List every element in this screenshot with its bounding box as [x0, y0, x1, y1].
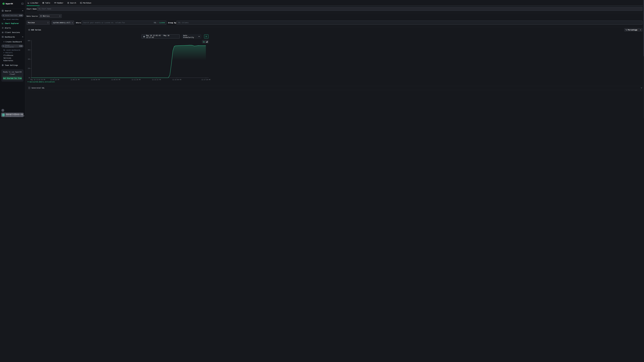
- svg-text:0%: 0%: [28, 77, 30, 78]
- client-sessions-label: Client Sessions: [5, 31, 20, 33]
- svg-text:12:06:15 PM: 12:06:15 PM: [70, 79, 80, 80]
- where-input[interactable]: Search your events w/ Lucene ex. column:…: [82, 21, 166, 25]
- tab-markdown[interactable]: M↓ Markdown: [80, 2, 91, 4]
- dashboards-label: Dashboards: [5, 36, 15, 38]
- chart-canvas[interactable]: 60%45%30%15%0%May 16 12:02:30 PM12:04:30…: [32, 41, 209, 81]
- chevron-up-icon: [22, 10, 23, 11]
- cloud-promo-card: Ready to use HyperDX Cloud? Get Started …: [1, 69, 24, 82]
- cloud-promo-text: Ready to use HyperDX Cloud?: [3, 71, 22, 75]
- metric-tag[interactable]: system.memory.utiliza ×: [52, 21, 74, 25]
- sidebar-item-team-settings[interactable]: Team Settings: [0, 64, 25, 66]
- presets-label: PRESETS: [5, 52, 13, 53]
- generated-sql-toggle[interactable]: <> Generated SQL: [26, 86, 210, 90]
- sidebar-collapse-icon[interactable]: [22, 3, 24, 5]
- chart-name-label: Chart Name: [26, 8, 37, 10]
- group-by-input[interactable]: SQL Columns: [176, 21, 210, 25]
- svg-text:45%: 45%: [28, 49, 30, 51]
- main-content: Line/Bar Table 123 Number Search M↓ Mark…: [25, 0, 210, 118]
- sidebar-section-search[interactable]: Search: [0, 8, 25, 13]
- run-query-button[interactable]: [204, 34, 208, 38]
- preset-kubernetes[interactable]: Kubernetes: [4, 60, 13, 61]
- svg-text:12:11:30 PM: 12:11:30 PM: [132, 79, 140, 80]
- line-chart-icon: [2, 22, 4, 24]
- dashboard-grid-icon: [2, 36, 4, 38]
- saved-dashboards-placeholder: Saved Dashboards: [5, 44, 18, 48]
- logs-icon: [2, 10, 4, 12]
- chevron-right-icon: ›: [22, 114, 23, 116]
- laptop-icon: [2, 31, 4, 33]
- chevron-up-icon: [22, 36, 23, 37]
- preset-services[interactable]: Services: [4, 57, 11, 59]
- svg-text:15%: 15%: [28, 68, 30, 69]
- metric-tag-label: system.memory.utiliza: [53, 22, 71, 23]
- granularity-select[interactable]: Auto Granularity: [182, 34, 201, 38]
- saved-dashboards-input[interactable]: Saved Dashboards ⌘ K: [1, 44, 24, 48]
- remove-metric-icon[interactable]: ×: [72, 22, 73, 24]
- preset-clickhouse[interactable]: Clickhouse: [4, 54, 13, 56]
- chart-legend: max(system.memory.utilization): [28, 81, 55, 83]
- avatar: D: [2, 113, 5, 116]
- tab-table[interactable]: Table: [42, 2, 50, 4]
- divider: [26, 27, 210, 27]
- add-series-button[interactable]: Add Series: [28, 28, 41, 31]
- generated-sql-label: Generated SQL: [32, 87, 210, 89]
- svg-text:M↓: M↓: [80, 2, 82, 3]
- app-title: HyperDX: [6, 3, 20, 5]
- create-dashboard-link[interactable]: + Create Dashboard: [4, 41, 22, 43]
- sidebar-search-label: Search: [5, 10, 21, 12]
- svg-text:12:09:45 PM: 12:09:45 PM: [111, 79, 120, 80]
- sql-mode-option[interactable]: SQL: [154, 22, 156, 23]
- chevron-down-icon: [198, 36, 200, 37]
- chart-name-input[interactable]: My Chart Name: [37, 7, 210, 11]
- table-icon: [42, 2, 44, 4]
- calendar-icon: [143, 36, 145, 37]
- date-range-value: May 16 12:02:43 - May 16 12:17:43: [146, 34, 178, 38]
- plus-circle-icon: [28, 29, 30, 31]
- add-series-label: Add Series: [31, 29, 41, 31]
- database-icon: [40, 15, 42, 17]
- help-button[interactable]: ?: [1, 109, 4, 112]
- markdown-icon: M↓: [80, 2, 82, 4]
- sidebar-item-client-sessions[interactable]: Client Sessions: [0, 31, 25, 34]
- tab-search[interactable]: Search: [67, 2, 76, 4]
- chart-name-placeholder: My Chart Name: [39, 8, 51, 10]
- sidebar-item-alerts[interactable]: Alerts: [0, 26, 25, 29]
- hyperdx-logo-icon: [2, 2, 5, 5]
- svg-text:12:17:30 PM: 12:17:30 PM: [202, 79, 210, 80]
- toggle-divider: |: [158, 22, 158, 23]
- chart-panel: May 16 12:02:43 - May 16 12:17:43 Auto G…: [25, 32, 210, 85]
- lucene-mode-option[interactable]: Lucene: [159, 22, 165, 23]
- user-menu[interactable]: D demos@clickhouse.com demos@clickhouse.…: [1, 113, 24, 117]
- date-range-picker[interactable]: May 16 12:02:43 - May 16 12:17:43: [142, 34, 180, 38]
- tab-number[interactable]: 123 Number: [54, 2, 63, 4]
- saved-searches-input[interactable]: Saved Searches ⌘ K: [1, 14, 24, 17]
- where-placeholder: Search your events w/ Lucene ex. column:…: [83, 22, 154, 23]
- search-icon: [3, 45, 4, 47]
- svg-text:12:13:15 PM: 12:13:15 PM: [152, 79, 161, 80]
- saved-searches-placeholder: Saved Searches: [5, 14, 18, 16]
- data-source-select[interactable]: Metrics: [39, 14, 62, 18]
- tab-label: Line/Bar: [30, 2, 38, 4]
- aggregation-value: Maximum: [28, 22, 46, 23]
- shortcut-badge: ⌘ K: [19, 45, 23, 47]
- data-source-label: Data Source: [26, 15, 38, 17]
- tab-line-bar[interactable]: Line/Bar: [28, 2, 38, 4]
- logo-row: HyperDX: [2, 2, 24, 5]
- bell-icon: [2, 27, 4, 29]
- play-icon: [206, 36, 207, 37]
- aggregation-select[interactable]: Maximum: [26, 21, 50, 25]
- legend-label: max(system.memory.utilization): [30, 81, 55, 83]
- svg-text:May 16 12:02:30 PM: May 16 12:02:30 PM: [30, 79, 45, 80]
- no-saved-dashboards: No saved dashboards: [4, 49, 20, 51]
- svg-text:12:15:00 PM: 12:15:00 PM: [172, 79, 181, 80]
- data-source-value: Metrics: [43, 15, 58, 17]
- no-saved-searches: No saved searches: [4, 18, 19, 20]
- search-results-icon: [67, 2, 69, 4]
- user-subtext: demos@clickhouse.com's: [6, 115, 21, 116]
- presets-toggle[interactable]: PRESETS: [3, 52, 13, 53]
- chart-type-tabbar: Line/Bar Table 123 Number Search M↓ Mark…: [25, 0, 210, 6]
- sidebar-item-chart-explorer[interactable]: Chart Explorer: [0, 22, 25, 25]
- sidebar-item-dashboards[interactable]: Dashboards: [0, 35, 25, 38]
- get-started-button[interactable]: Get Started for Free: [3, 77, 22, 80]
- alerts-label: Alerts: [5, 27, 11, 29]
